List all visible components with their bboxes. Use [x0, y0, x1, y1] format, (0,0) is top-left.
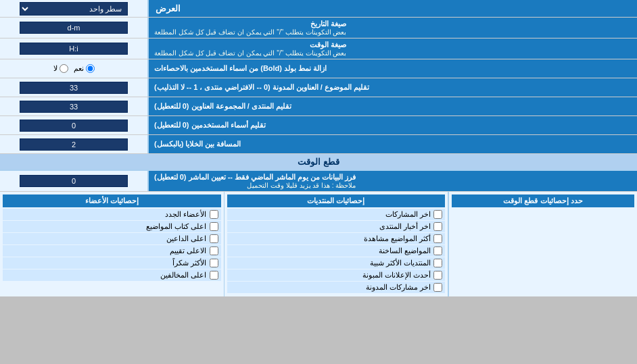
stat-post-2-checkbox[interactable] [433, 234, 442, 243]
time-cut-header: قطع الوقت [0, 154, 637, 171]
time-format-input[interactable] [20, 43, 128, 55]
date-format-input[interactable] [20, 22, 128, 34]
forum-group-sort-title: تقليم المنتدى / المجموعة العناوين (0 للت… [154, 102, 291, 111]
list-item: اعلى الداعين [3, 233, 221, 244]
list-item: اخر مشاركات المدونة [227, 282, 446, 293]
list-item: المواضيع الساخنة [227, 245, 446, 257]
list-item: أحدث الإعلانات المبونة [227, 269, 446, 281]
date-format-title: صيغة التاريخ [310, 20, 346, 28]
stat-member-5-checkbox[interactable] [210, 271, 218, 280]
list-item: اعلى المخالفين [3, 269, 221, 281]
stat-post-0-checkbox[interactable] [433, 210, 442, 219]
list-item: الاعلى تقييم [3, 245, 221, 257]
section-title: العرض [156, 3, 181, 14]
stat-post-5-checkbox[interactable] [433, 271, 442, 280]
bold-no-label[interactable]: لا [53, 64, 68, 73]
time-cut-input[interactable] [20, 175, 128, 187]
list-item: اعلى كتاب المواضيع [3, 221, 221, 232]
time-format-desc: بعض التكوينات يتطلب "/" التي يمكن ان تضا… [154, 49, 346, 57]
forum-group-sort-input[interactable] [20, 101, 128, 113]
stat-member-2-checkbox[interactable] [210, 234, 218, 243]
time-cut-title: فرز البيانات من يوم الماشر الماضي فقط --… [154, 173, 356, 181]
topic-sort-input[interactable] [20, 82, 128, 94]
display-select[interactable]: سطر واحد سطرين ثلاثة أسطر [20, 2, 128, 16]
stat-member-1-checkbox[interactable] [210, 222, 218, 231]
time-cut-desc: ملاحظة : هذا قد يزيد قليلا وقت التحميل [154, 182, 356, 189]
username-sort-title: تقليم أسماء المستخدمين (0 للتعطيل) [154, 121, 266, 130]
date-format-desc: بعض التكوينات يتطلب "/" التي يمكن ان تضا… [154, 28, 346, 36]
time-format-title: صيغة الوقت [310, 41, 346, 49]
bold-yes-radio[interactable] [86, 64, 95, 73]
stat-member-0-checkbox[interactable] [210, 210, 218, 219]
stat-post-4-checkbox[interactable] [433, 259, 442, 267]
list-item: الأعضاء الجدد [3, 209, 221, 220]
list-item: المنتديات الأكثر شبية [227, 257, 446, 269]
stats-limit-title: حدد إحصائيات قطع الوقت [452, 194, 634, 207]
list-item: اخر المشاركات [227, 209, 446, 220]
list-item: أكثر المواضيع مشاهدة [227, 233, 446, 244]
bold-no-radio[interactable] [60, 64, 68, 73]
stat-post-1-checkbox[interactable] [433, 222, 442, 231]
stats-posts-title: إحصائيات المنتديات [227, 194, 446, 207]
stat-member-4-checkbox[interactable] [210, 259, 218, 267]
bold-yes-label[interactable]: نعم [74, 64, 95, 73]
username-sort-input[interactable] [20, 120, 128, 132]
cell-distance-input[interactable] [20, 138, 128, 151]
stat-post-3-checkbox[interactable] [433, 246, 442, 255]
bold-remove-title: ازالة نمط بولد (Bold) من اسماء المستخدمي… [154, 64, 327, 72]
topic-sort-title: تقليم الموضوع / العناوين المدونة (0 -- ا… [154, 83, 369, 92]
list-item: اخر أخبار المنتدى [227, 221, 446, 232]
list-item: الأكثر شكراً [3, 257, 221, 269]
stats-members-title: إحصائيات الأعضاء [3, 194, 221, 207]
cell-distance-title: المسافة بين الخلايا (بالبكسل) [154, 140, 241, 149]
stat-member-3-checkbox[interactable] [210, 246, 218, 255]
stat-post-6-checkbox[interactable] [433, 283, 442, 292]
